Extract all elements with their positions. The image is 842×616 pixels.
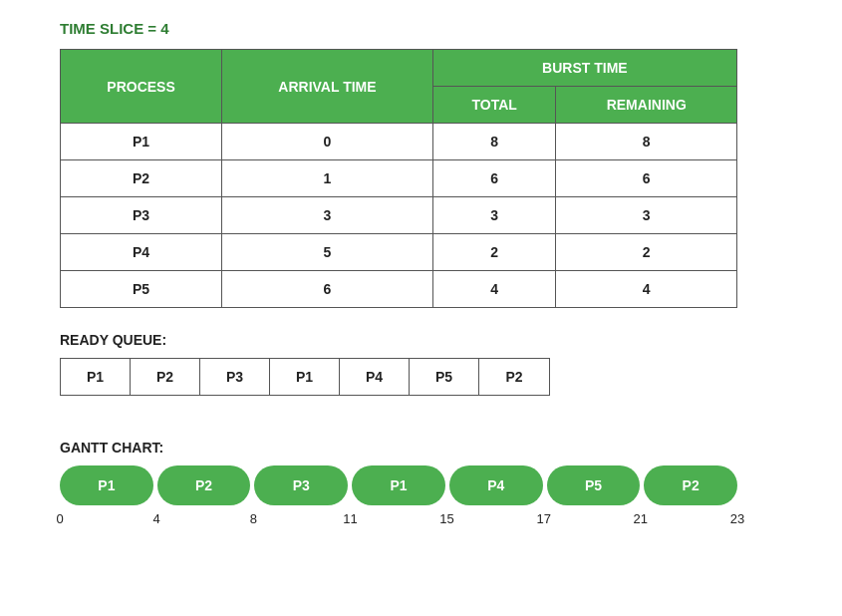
gantt-time-label: 11 — [343, 511, 357, 526]
process-table: PROCESS ARRIVAL TIME BURST TIME TOTAL RE… — [60, 49, 737, 308]
gantt-chart-label: GANTT CHART: — [60, 440, 782, 456]
gantt-chart: P1P2P3P1P4P5P2 0481115172123 — [60, 465, 737, 533]
col-arrival-time: ARRIVAL TIME — [222, 50, 433, 124]
cell-total: 8 — [432, 124, 556, 160]
gantt-time-label: 17 — [536, 511, 550, 526]
gantt-block: P1 — [352, 465, 445, 505]
col-process: PROCESS — [61, 50, 222, 124]
ready-queue-cell: P1 — [270, 359, 340, 395]
table-row: P1 0 8 8 — [61, 124, 737, 160]
col-total: TOTAL — [432, 87, 556, 124]
gantt-time-label: 23 — [730, 511, 744, 526]
cell-process: P4 — [61, 234, 222, 271]
cell-remaining: 8 — [556, 124, 737, 160]
ready-queue-cell: P4 — [340, 359, 410, 395]
cell-process: P5 — [61, 271, 222, 308]
cell-arrival: 5 — [222, 234, 433, 271]
table-row: P5 6 4 4 — [61, 271, 737, 308]
table-row: P4 5 2 2 — [61, 234, 737, 271]
table-row: P2 1 6 6 — [61, 160, 737, 197]
gantt-block: P2 — [644, 465, 737, 505]
time-slice-label: TIME SLICE = 4 — [60, 20, 782, 37]
ready-queue: P1P2P3P1P4P5P2 — [60, 358, 550, 396]
cell-remaining: 6 — [556, 160, 737, 197]
cell-arrival: 6 — [222, 271, 433, 308]
cell-total: 3 — [432, 197, 556, 234]
gantt-block: P4 — [449, 465, 543, 505]
ready-queue-label: READY QUEUE: — [60, 332, 782, 348]
ready-queue-cell: P5 — [410, 359, 479, 395]
gantt-block: P2 — [157, 465, 251, 505]
gantt-block: P5 — [547, 465, 641, 505]
cell-total: 4 — [432, 271, 556, 308]
gantt-time-label: 15 — [439, 511, 453, 526]
gantt-time-label: 21 — [634, 511, 648, 526]
col-burst-time: BURST TIME — [432, 50, 736, 87]
gantt-time-label: 8 — [250, 511, 257, 526]
cell-arrival: 3 — [222, 197, 433, 234]
gantt-block: P1 — [60, 465, 153, 505]
cell-process: P3 — [61, 197, 222, 234]
cell-remaining: 3 — [556, 197, 737, 234]
ready-queue-cell: P3 — [200, 359, 270, 395]
cell-total: 6 — [432, 160, 556, 197]
ready-queue-cell: P2 — [131, 359, 200, 395]
cell-process: P2 — [61, 160, 222, 197]
ready-queue-cell: P2 — [479, 359, 549, 395]
cell-process: P1 — [61, 124, 222, 160]
cell-total: 2 — [432, 234, 556, 271]
cell-remaining: 2 — [556, 234, 737, 271]
col-remaining: REMAINING — [556, 87, 737, 124]
cell-arrival: 1 — [222, 160, 433, 197]
table-row: P3 3 3 3 — [61, 197, 737, 234]
cell-remaining: 4 — [556, 271, 737, 308]
ready-queue-cell: P1 — [61, 359, 131, 395]
cell-arrival: 0 — [222, 124, 433, 160]
gantt-time-label: 0 — [56, 511, 63, 526]
gantt-time-label: 4 — [153, 511, 160, 526]
gantt-block: P3 — [254, 465, 348, 505]
